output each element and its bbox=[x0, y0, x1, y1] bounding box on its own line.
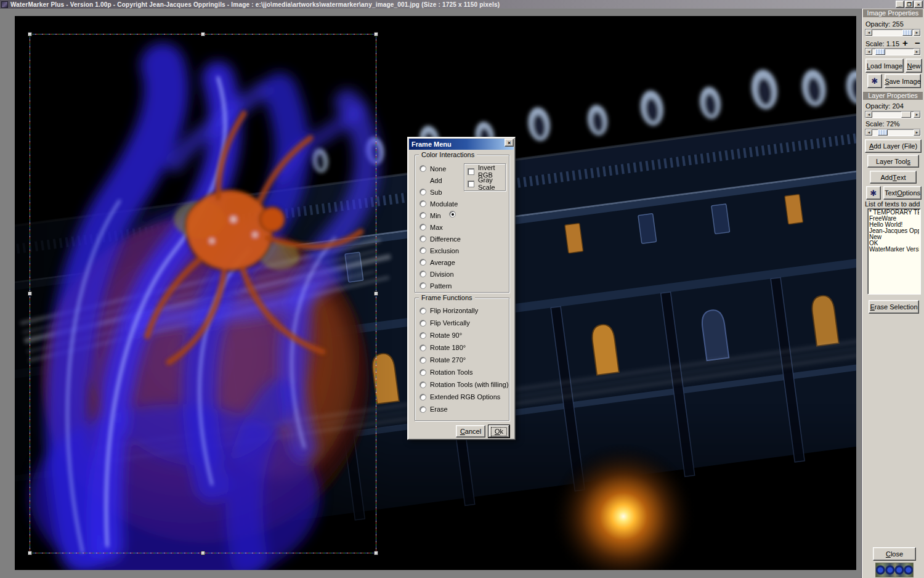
text-list-item[interactable]: FreeWare bbox=[869, 216, 919, 222]
radio-option-average[interactable]: Average bbox=[419, 256, 461, 268]
slider-right-arrow-icon[interactable]: ► bbox=[914, 49, 920, 55]
restore-button[interactable]: ❐ bbox=[905, 1, 914, 8]
layer-scale-slider-thumb[interactable] bbox=[878, 129, 888, 136]
radio-label: Max bbox=[430, 224, 443, 231]
radio-option-none[interactable]: None bbox=[419, 163, 461, 174]
text-list-item[interactable]: New bbox=[869, 234, 919, 240]
radio-label: Rotation Tools (with filling) bbox=[430, 381, 509, 388]
ok-button[interactable]: Ok bbox=[488, 425, 509, 438]
close-window-button[interactable]: × bbox=[914, 1, 923, 8]
radio-label: Rotate 270° bbox=[430, 356, 466, 364]
slider-left-arrow-icon[interactable]: ◄ bbox=[865, 129, 872, 136]
add-layer-button[interactable]: Add Layer (File) bbox=[865, 139, 922, 153]
add-text-button[interactable]: Add Text bbox=[870, 171, 917, 184]
radio-option-rotate-90[interactable]: Rotate 90° bbox=[419, 329, 509, 341]
gear-icon: ✱ bbox=[872, 76, 878, 86]
radio-icon bbox=[419, 381, 426, 388]
color-interactions-options: NoneAddSubModulateMinMaxDifferenceExclus… bbox=[419, 163, 461, 291]
selection-handle-middle-left[interactable] bbox=[28, 291, 32, 296]
layer-opacity-slider[interactable]: ◄ ► bbox=[865, 111, 921, 118]
frame-functions-group: Frame Functions Flip HorizontallyFlip Ve… bbox=[415, 298, 509, 421]
radio-option-division[interactable]: Division bbox=[419, 268, 461, 280]
image-opacity-slider-thumb[interactable] bbox=[902, 30, 912, 36]
cancel-button[interactable]: Cancel bbox=[456, 425, 485, 438]
selection-handle-bottom-left[interactable] bbox=[28, 551, 32, 555]
radio-label: Pattern bbox=[430, 282, 452, 290]
radio-icon bbox=[419, 235, 426, 242]
radio-option-rotation-tools[interactable]: Rotation Tools bbox=[419, 366, 509, 378]
checkbox-invert-rgb[interactable]: Invert RGB bbox=[468, 165, 505, 177]
color-interactions-legend: Color Interactions bbox=[419, 151, 477, 158]
radio-option-add[interactable]: Add bbox=[419, 174, 461, 186]
slider-right-arrow-icon[interactable]: ► bbox=[914, 129, 920, 136]
radio-option-rotation-tools-with-filling[interactable]: Rotation Tools (with filling) bbox=[419, 378, 509, 391]
text-list-item[interactable]: Hello World! bbox=[869, 222, 919, 228]
text-list-item[interactable]: * TEMPORARY TEXT bbox=[869, 210, 919, 216]
slider-left-arrow-icon[interactable]: ◄ bbox=[865, 49, 872, 55]
radio-icon bbox=[419, 189, 426, 195]
radio-option-modulate[interactable]: Modulate bbox=[419, 198, 461, 210]
save-image-button[interactable]: Save Image bbox=[885, 74, 921, 88]
radio-option-rotate-180[interactable]: Rotate 180° bbox=[419, 341, 509, 354]
erase-selection-button[interactable]: Erase Selection bbox=[869, 300, 919, 314]
layer-opacity-label: Opacity: 204 bbox=[865, 102, 904, 110]
radio-label: Rotation Tools bbox=[430, 368, 473, 376]
radio-option-min[interactable]: Min bbox=[419, 210, 461, 221]
text-list-item[interactable]: OK bbox=[869, 240, 919, 246]
radio-icon bbox=[419, 394, 426, 401]
selection-handle-bottom-center[interactable] bbox=[201, 551, 205, 555]
image-settings-gear-button[interactable]: ✱ bbox=[867, 74, 882, 88]
selection-handle-middle-right[interactable] bbox=[374, 291, 378, 296]
radio-option-max[interactable]: Max bbox=[419, 221, 461, 233]
text-list-item[interactable]: WaterMarker Version bbox=[869, 246, 919, 253]
text-list-item[interactable]: Jean-Jacques Opprin bbox=[869, 228, 919, 234]
scale-plus-button[interactable]: + bbox=[899, 39, 907, 47]
radio-option-erase[interactable]: Erase bbox=[419, 403, 509, 415]
image-properties-header: Image Properties bbox=[863, 9, 923, 17]
layer-tools-button[interactable]: Layer Tools bbox=[867, 155, 919, 168]
selection-handle-top-right[interactable] bbox=[374, 32, 378, 36]
close-button[interactable]: Close bbox=[873, 547, 916, 561]
radio-label: Extended RGB Options bbox=[430, 393, 500, 401]
layer-scale-slider[interactable]: ◄ ► bbox=[865, 129, 921, 136]
slider-left-arrow-icon[interactable]: ◄ bbox=[865, 30, 872, 36]
radio-label: Exclusion bbox=[430, 247, 459, 254]
selection-handle-top-center[interactable] bbox=[201, 32, 205, 36]
radio-option-flip-vertically[interactable]: Flip Vertically bbox=[419, 317, 509, 329]
new-button[interactable]: New bbox=[906, 59, 922, 73]
text-settings-gear-button[interactable]: ✱ bbox=[866, 186, 881, 200]
minimize-button[interactable]: _ bbox=[896, 1, 904, 8]
ok-button-label: Ok bbox=[491, 427, 507, 436]
radio-option-difference[interactable]: Difference bbox=[419, 233, 461, 245]
layer-opacity-slider-thumb[interactable] bbox=[901, 112, 911, 118]
checkbox-icon bbox=[468, 181, 474, 187]
dialog-close-icon[interactable]: × bbox=[505, 139, 514, 147]
radio-option-exclusion[interactable]: Exclusion bbox=[419, 245, 461, 256]
layer-scale-label: Scale: 72% bbox=[865, 120, 900, 128]
slider-left-arrow-icon[interactable]: ◄ bbox=[865, 112, 872, 118]
image-scale-slider-thumb[interactable] bbox=[875, 49, 885, 55]
image-scale-slider[interactable]: ◄ ► bbox=[865, 48, 921, 55]
color-interactions-group: Color Interactions NoneAddSubModulateMin… bbox=[415, 155, 509, 293]
text-options-button[interactable]: Text Options bbox=[883, 186, 922, 200]
radio-option-extended-rgb-options[interactable]: Extended RGB Options bbox=[419, 391, 509, 403]
slider-right-arrow-icon[interactable]: ► bbox=[914, 112, 920, 118]
layer-properties-header: Layer Properties bbox=[863, 92, 923, 100]
frame-functions-options: Flip HorizontallyFlip VerticallyRotate 9… bbox=[419, 304, 509, 415]
radio-option-flip-horizontally[interactable]: Flip Horizontally bbox=[419, 304, 509, 317]
image-opacity-slider[interactable]: ◄ ► bbox=[865, 29, 921, 36]
radio-option-rotate-270[interactable]: Rotate 270° bbox=[419, 354, 509, 366]
scale-minus-button[interactable]: − bbox=[911, 39, 920, 47]
selection-handle-top-left[interactable] bbox=[28, 32, 32, 36]
radio-option-sub[interactable]: Sub bbox=[419, 186, 461, 198]
properties-panel: Image Properties Opacity: 255 ◄ ► Scale:… bbox=[861, 9, 924, 578]
checkbox-gray-scale[interactable]: Gray Scale bbox=[468, 177, 505, 190]
text-list[interactable]: * TEMPORARY TEXTFreeWareHello World!Jean… bbox=[867, 208, 921, 295]
window-title: WaterMarker Plus - Version 1.00p - Copyr… bbox=[10, 1, 500, 8]
slider-right-arrow-icon[interactable]: ► bbox=[914, 30, 920, 36]
load-image-button[interactable]: Load Image bbox=[865, 59, 904, 73]
selection-handle-bottom-right[interactable] bbox=[374, 551, 378, 555]
radio-option-pattern[interactable]: Pattern bbox=[419, 280, 461, 291]
radio-icon bbox=[419, 282, 426, 289]
radio-icon bbox=[419, 200, 426, 207]
